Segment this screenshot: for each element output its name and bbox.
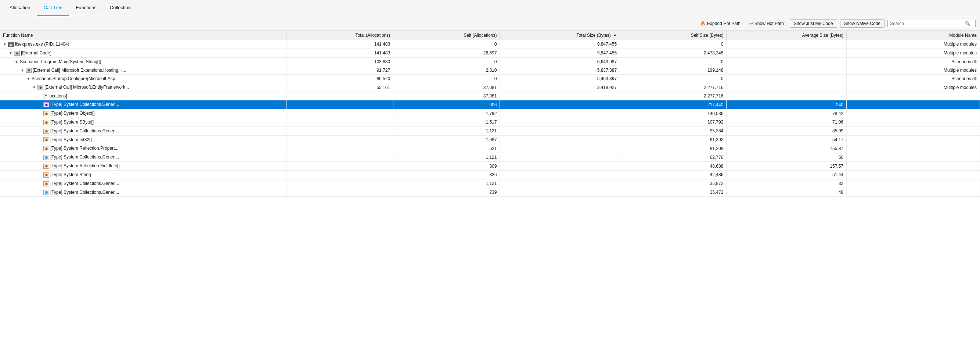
expand-arrow[interactable] [21, 69, 26, 72]
table-row[interactable]: ⊕[External Call] Microsoft.EntityFramewo… [0, 83, 980, 92]
tab-allocation[interactable]: Allocation [3, 0, 37, 16]
func-name-text: Scenarios.Startup.Configure(Microsoft.As… [32, 76, 119, 81]
cell-func-name: ⊕[External Call] Microsoft.Extensions.Ho… [0, 66, 286, 75]
cell-avg-size [727, 66, 847, 75]
col-header-avg-size[interactable]: Average Size (Bytes) [727, 31, 847, 40]
search-box[interactable]: 🔍 [888, 20, 975, 27]
cell-func-name: ⊞[Type] System.Int32[] [0, 135, 286, 144]
expand-hot-path-button[interactable]: 🔥 Expand Hot Path [697, 20, 743, 27]
cell-func-name: ⊞[Type] System.Collections.Generi... [0, 126, 286, 135]
table-container[interactable]: Function Name Total (Allocations) Self (… [0, 31, 980, 353]
cell-self-alloc: 1,792 [393, 109, 500, 118]
table-row[interactable]: ⊕[External Code]141,48326,5979,847,4552,… [0, 48, 980, 58]
tab-collection[interactable]: Collection [103, 0, 137, 16]
table-row[interactable]: [Allocations]37,0812,277,716 [0, 92, 980, 101]
cell-self-alloc: 26,597 [393, 48, 500, 58]
table-row[interactable]: ⊞[Type] System.Object[]1,792140,53678.42 [0, 109, 980, 118]
cell-total-alloc: 141,483 [286, 40, 393, 49]
cell-module: Scenarios.dll [847, 75, 980, 83]
show-hot-path-button[interactable]: ↩ Show Hot Path [746, 20, 787, 27]
cell-self-size: 81,208 [620, 144, 727, 153]
flame-icon: 🔥 [700, 21, 706, 26]
cell-self-size: 107,792 [620, 118, 727, 126]
expand-arrow[interactable] [27, 77, 32, 81]
col-header-self-alloc[interactable]: Self (Allocations) [393, 31, 500, 40]
table-row[interactable]: ⊞[Type] System.Collections.Generi...1,12… [0, 179, 980, 188]
func-name-text: [Type] System.Reflection.Propert... [50, 145, 118, 151]
cell-module: Multiple modules [847, 83, 980, 92]
cell-self-size: 2,277,716 [620, 83, 727, 92]
table-row[interactable]: Scenarios.Startup.Configure(Microsoft.As… [0, 75, 980, 83]
cell-self-size: 0 [620, 75, 727, 83]
expand-arrow[interactable] [15, 60, 20, 64]
col-header-self-size[interactable]: Self Size (Bytes) [620, 31, 727, 40]
show-native-code-button[interactable]: Show Native Code [840, 19, 885, 27]
cell-avg-size: 78.42 [727, 109, 847, 118]
func-name-text: [Type] System.Collections.Generi... [50, 128, 119, 134]
cell-func-name: ⊕[External Code] [0, 48, 286, 58]
cell-func-name: Scenarios.Program.Main(System.String[]) [0, 58, 286, 66]
cell-avg-size: 54.17 [727, 135, 847, 144]
table-row[interactable]: ⊞[Type] System.Int32[]1,68791,39254.17 [0, 135, 980, 144]
table-header-row: Function Name Total (Allocations) Self (… [0, 31, 980, 40]
cell-module: Multiple modules [847, 48, 980, 58]
func-name-text: [External Call] Microsoft.Extensions.Hos… [33, 68, 126, 73]
cell-self-alloc: 0 [393, 58, 500, 66]
cell-self-size: 199,148 [620, 66, 727, 75]
cell-func-name: Scenarios.Startup.Configure(Microsoft.As… [0, 75, 286, 83]
table-row[interactable]: ⊞[Type] System.Reflection.FieldInfo[]309… [0, 162, 980, 171]
cell-self-size: 48,688 [620, 162, 727, 171]
cell-avg-size [727, 75, 847, 83]
table-row[interactable]: ⊟[Type] System.Collections.Generi...1,12… [0, 153, 980, 162]
cell-total-size [500, 126, 620, 135]
table-row[interactable]: ⊕[External Call] Microsoft.Extensions.Ho… [0, 66, 980, 75]
cell-self-size: 35,872 [620, 179, 727, 188]
func-name-text: [Type] System.Reflection.FieldInfo[] [50, 163, 120, 168]
cell-module [847, 126, 980, 135]
cell-avg-size: 155.87 [727, 144, 847, 153]
col-header-module[interactable]: Module Name [847, 31, 980, 40]
toolbar: 🔥 Expand Hot Path ↩ Show Hot Path Show J… [0, 16, 980, 31]
cell-module [847, 179, 980, 188]
table-row[interactable]: ⊞[Type] System.SByte[]1,517107,79271.06 [0, 118, 980, 126]
col-header-total-size[interactable]: Total Size (Bytes) ▼ [500, 31, 620, 40]
col-header-total-alloc[interactable]: Total (Allocations) [286, 31, 393, 40]
func-name-text: [Type] System.Int32[] [50, 137, 92, 142]
func-name-text: [Allocations] [43, 93, 67, 99]
cell-func-name: ⊞[Type] System.String [0, 170, 286, 179]
show-just-my-code-button[interactable]: Show Just My Code [790, 19, 837, 27]
cell-self-size: 0 [620, 40, 727, 49]
expand-arrow[interactable] [32, 85, 37, 89]
search-input[interactable] [890, 21, 964, 26]
table-row[interactable]: ⊞[Type] System.Reflection.Propert...5218… [0, 144, 980, 153]
cell-avg-size [727, 48, 847, 58]
search-icon: 🔍 [965, 21, 970, 26]
table-row[interactable]: ⊟[Type] System.Collections.Generi...7393… [0, 188, 980, 197]
cell-self-alloc: 1,121 [393, 179, 500, 188]
table-row[interactable]: ⊞[Type] System.Collections.Generi...1,12… [0, 126, 980, 135]
table-row[interactable]: Eiisexpress.exe (PID: 11404)141,48309,84… [0, 40, 980, 49]
cell-total-size: 9,847,455 [500, 40, 620, 49]
cell-total-alloc: 141,483 [286, 48, 393, 58]
expand-arrow[interactable] [9, 51, 14, 55]
cell-total-size [500, 179, 620, 188]
func-name-text: [Type] System.Collections.Generi... [50, 190, 119, 195]
col-header-func-name[interactable]: Function Name [0, 31, 286, 40]
table-row[interactable]: ⊞[Type] System.String82642,48651.44 [0, 170, 980, 179]
cell-module [847, 135, 980, 144]
cell-total-size: 9,847,455 [500, 48, 620, 58]
table-row[interactable]: ⊞[Type] System.Collections.Generi...9062… [0, 101, 980, 109]
cell-total-alloc: 55,161 [286, 83, 393, 92]
cell-module [847, 101, 980, 109]
cell-func-name: ⊞[Type] System.Reflection.FieldInfo[] [0, 162, 286, 171]
cell-self-size: 2,277,716 [620, 92, 727, 101]
table-row[interactable]: Scenarios.Program.Main(System.String[])1… [0, 58, 980, 66]
cell-total-size [500, 101, 620, 109]
tab-call-tree[interactable]: Call Tree [37, 0, 69, 16]
cell-self-alloc: 37,081 [393, 92, 500, 101]
cell-total-size [500, 92, 620, 101]
tab-functions[interactable]: Functions [69, 0, 103, 16]
cell-self-size: 42,486 [620, 170, 727, 179]
expand-arrow[interactable] [3, 42, 8, 46]
func-name-text: [Type] System.Collections.Generi... [50, 102, 119, 107]
